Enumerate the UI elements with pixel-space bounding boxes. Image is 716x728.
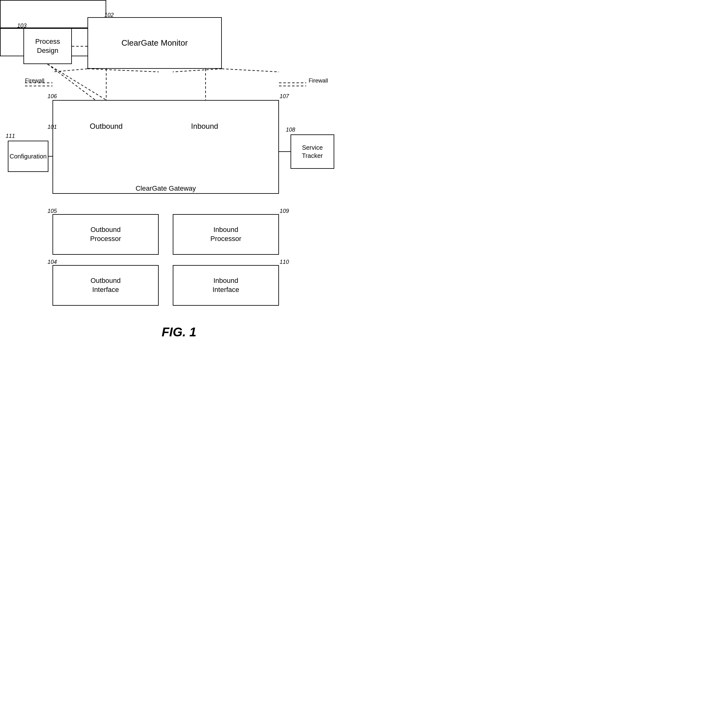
firewall-left-label: Firewall [25, 78, 44, 84]
process-design-box: ProcessDesign [23, 28, 72, 64]
ref-107: 107 [279, 93, 289, 100]
outbound-interface-box: OutboundInterface [53, 265, 159, 306]
cleargate-gateway-box [53, 100, 279, 194]
inbound-interface-label: InboundInterface [212, 276, 239, 294]
inbound-processor-label: InboundProcessor [210, 225, 241, 243]
svg-line-6 [173, 69, 222, 72]
inbound-processor-box: InboundProcessor [173, 214, 279, 255]
svg-line-4 [53, 69, 88, 72]
outbound-label: Outbound [88, 122, 125, 131]
diagram-container: ClearGate Monitor ProcessDesign Outbound… [0, 0, 358, 344]
service-tracker-box: ServiceTracker [291, 134, 334, 169]
service-tracker-label: ServiceTracker [302, 143, 323, 160]
outbound-processor-label: OutboundProcessor [90, 225, 121, 243]
ref-108: 108 [286, 126, 295, 133]
cleargate-gateway-label: ClearGate Gateway [53, 184, 279, 193]
inbound-label: Inbound [186, 122, 223, 131]
figure-label: FIG. 1 [0, 325, 358, 339]
svg-line-5 [88, 69, 159, 72]
configuration-box: Configuration [8, 141, 49, 172]
svg-line-7 [222, 69, 279, 72]
inbound-interface-box: InboundInterface [173, 265, 279, 306]
ref-102: 102 [104, 12, 114, 18]
firewall-right-label: Firewall [309, 78, 328, 84]
ref-105: 105 [47, 208, 57, 214]
ref-104: 104 [47, 259, 57, 265]
outbound-interface-label: OutboundInterface [91, 276, 121, 294]
ref-110: 110 [279, 259, 289, 265]
ref-109: 109 [279, 208, 289, 214]
cleargate-monitor-label: ClearGate Monitor [121, 38, 188, 49]
ref-111: 111 [6, 133, 15, 140]
cleargate-monitor-box: ClearGate Monitor [88, 17, 222, 69]
process-design-label: ProcessDesign [35, 37, 60, 55]
ref-106: 106 [47, 93, 57, 100]
configuration-label: Configuration [10, 152, 47, 160]
ref-103: 103 [17, 23, 27, 29]
outbound-processor-box: OutboundProcessor [53, 214, 159, 255]
ref-101: 101 [47, 124, 57, 130]
